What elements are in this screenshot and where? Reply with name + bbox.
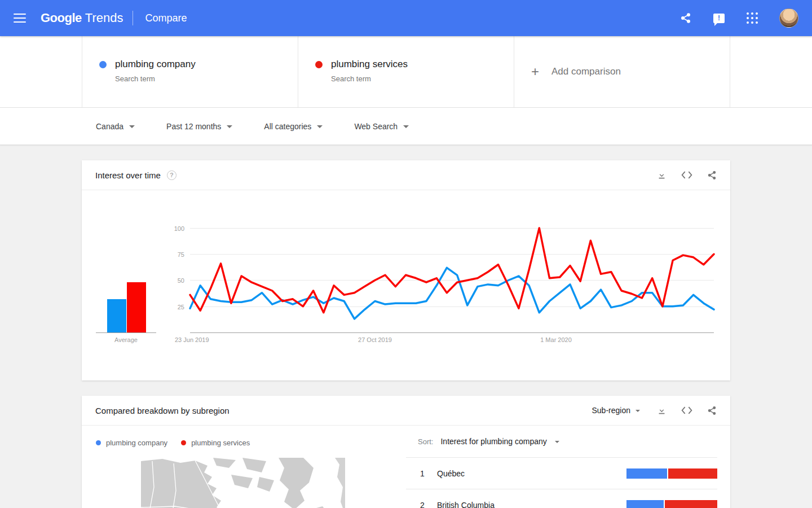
breakdown-body: plumbing company plumbing services bbox=[82, 426, 730, 508]
line-chart-svg bbox=[190, 228, 714, 332]
rank-row-quebec[interactable]: 1 Québec bbox=[406, 458, 717, 489]
add-comparison-button[interactable]: + Add comparison bbox=[514, 36, 730, 107]
feedback-bubble: ! bbox=[713, 14, 725, 23]
rank-number: 1 bbox=[420, 469, 437, 478]
sort-dropdown[interactable]: Interest for plumbing company bbox=[440, 437, 546, 446]
appbar-divider bbox=[133, 11, 133, 25]
avatar[interactable] bbox=[779, 8, 798, 28]
x-axis-line bbox=[190, 332, 714, 333]
term-card-plumbing-services[interactable]: plumbing services Search term bbox=[298, 36, 514, 107]
term-label: plumbing services bbox=[331, 59, 408, 70]
term-sublabel: Search term bbox=[331, 75, 514, 83]
filter-category[interactable]: All categories bbox=[264, 122, 323, 131]
subregion-rankings: Sort: Interest for plumbing company 1 Qu… bbox=[406, 426, 717, 508]
legend-label: plumbing services bbox=[191, 439, 250, 447]
logo-google: Google bbox=[41, 11, 82, 25]
menu-icon[interactable] bbox=[14, 14, 26, 23]
filter-time-label: Past 12 months bbox=[166, 122, 221, 131]
download-icon-svg bbox=[657, 406, 667, 415]
term-sublabel: Search term bbox=[115, 75, 298, 83]
filter-strip: Canada Past 12 months All categories Web… bbox=[0, 108, 812, 145]
filter-country[interactable]: Canada bbox=[96, 122, 135, 131]
share-icon-svg bbox=[707, 170, 717, 180]
plus-icon: + bbox=[531, 65, 539, 78]
average-label: Average bbox=[96, 336, 156, 343]
series-line-plumbing-company bbox=[190, 268, 714, 319]
term-label: plumbing company bbox=[115, 59, 196, 70]
x-tick-jun: 23 Jun 2019 bbox=[175, 336, 209, 343]
help-glyph: ? bbox=[170, 172, 174, 178]
share-icon[interactable] bbox=[679, 12, 692, 24]
term-dot-red bbox=[315, 61, 323, 68]
legend-dot-blue bbox=[96, 440, 101, 445]
apps-grid-icon[interactable] bbox=[746, 12, 758, 24]
filter-search-type-label: Web Search bbox=[354, 122, 398, 131]
download-icon-svg bbox=[657, 170, 667, 180]
rank-stacked-bar bbox=[626, 500, 717, 508]
dropdown-caret-icon bbox=[636, 410, 640, 412]
apps-grid-dots bbox=[747, 12, 758, 24]
rank-number: 2 bbox=[420, 501, 437, 508]
sort-row: Sort: Interest for plumbing company bbox=[406, 426, 717, 458]
y-tick-75: 75 bbox=[161, 251, 184, 258]
dropdown-caret-icon bbox=[129, 125, 135, 128]
x-tick-mar: 1 Mar 2020 bbox=[511, 336, 601, 343]
y-tick-100: 100 bbox=[161, 225, 184, 232]
rank-row-british-columbia[interactable]: 2 British Columbia bbox=[406, 489, 717, 508]
help-icon[interactable]: ? bbox=[167, 170, 176, 180]
share-icon-svg bbox=[707, 406, 717, 415]
embed-icon-svg bbox=[681, 170, 692, 179]
canada-map-svg bbox=[141, 458, 345, 508]
sort-label: Sort: bbox=[418, 437, 433, 446]
bar-segment-plumbing-company bbox=[626, 468, 668, 479]
interest-card-title: Interest over time bbox=[95, 170, 161, 180]
term-card-plumbing-company[interactable]: plumbing company Search term bbox=[82, 36, 298, 107]
filter-search-type[interactable]: Web Search bbox=[354, 122, 409, 131]
y-tick-25: 25 bbox=[161, 304, 184, 310]
subregion-breakdown-card: Compared breakdown by subregion Sub-regi… bbox=[82, 396, 730, 508]
average-axis-line bbox=[96, 332, 156, 333]
bar-segment-plumbing-services bbox=[665, 500, 717, 508]
legend-label: plumbing company bbox=[106, 439, 167, 447]
share-icon[interactable] bbox=[707, 406, 717, 415]
page-title: Compare bbox=[145, 12, 187, 24]
subregion-dropdown[interactable]: Sub-region bbox=[592, 406, 641, 415]
dropdown-caret-icon bbox=[403, 125, 409, 128]
rank-stacked-bar bbox=[626, 468, 717, 479]
legend-dot-red bbox=[181, 440, 186, 445]
embed-icon-svg bbox=[681, 406, 692, 415]
term-dot-blue bbox=[99, 61, 107, 68]
app-bar: Google Trends Compare ! bbox=[0, 0, 812, 36]
legend-item-plumbing-services: plumbing services bbox=[181, 439, 250, 447]
embed-icon[interactable] bbox=[681, 406, 692, 415]
feedback-exclamation: ! bbox=[718, 14, 720, 22]
rank-region-name: Québec bbox=[437, 469, 465, 478]
logo-trends: Trends bbox=[85, 11, 123, 25]
interest-over-time-card: Interest over time ? bbox=[82, 160, 730, 380]
map-legend: plumbing company plumbing services bbox=[96, 439, 250, 447]
breakdown-card-title: Compared breakdown by subregion bbox=[95, 406, 230, 415]
bar-segment-plumbing-services bbox=[668, 468, 717, 479]
share-icon[interactable] bbox=[707, 170, 717, 180]
download-icon[interactable] bbox=[657, 406, 667, 415]
interest-chart-area: 100 75 50 25 Average 23 Jun 2019 27 Oct … bbox=[82, 190, 730, 380]
canada-map[interactable] bbox=[141, 458, 345, 508]
terms-strip: plumbing company Search term plumbing se… bbox=[0, 36, 812, 108]
legend-item-plumbing-company: plumbing company bbox=[96, 439, 167, 447]
share-icon-svg bbox=[680, 12, 691, 24]
feedback-icon[interactable]: ! bbox=[713, 12, 725, 24]
download-icon[interactable] bbox=[657, 170, 667, 180]
embed-icon[interactable] bbox=[681, 170, 692, 179]
dropdown-caret-icon[interactable] bbox=[555, 441, 559, 443]
filter-category-label: All categories bbox=[264, 122, 311, 131]
average-bar-plumbing-services bbox=[127, 282, 146, 332]
google-trends-logo[interactable]: Google Trends bbox=[41, 11, 123, 25]
dropdown-caret-icon bbox=[227, 125, 232, 128]
filter-country-label: Canada bbox=[96, 122, 123, 131]
average-bar-plumbing-company bbox=[107, 299, 126, 332]
filter-time-range[interactable]: Past 12 months bbox=[166, 122, 232, 131]
y-tick-50: 50 bbox=[161, 277, 184, 284]
subregion-dropdown-label: Sub-region bbox=[592, 406, 631, 415]
dropdown-caret-icon bbox=[317, 125, 323, 128]
bar-segment-plumbing-company bbox=[626, 500, 665, 508]
